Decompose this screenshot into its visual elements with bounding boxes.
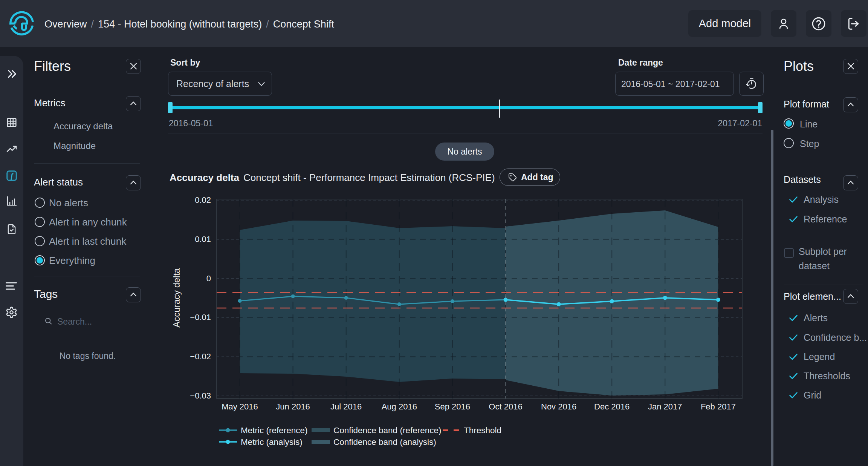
svg-text:Jan 2017: Jan 2017	[648, 402, 682, 411]
svg-text:Metric (analysis): Metric (analysis)	[241, 437, 303, 447]
svg-text:Confidence band (reference): Confidence band (reference)	[333, 426, 441, 435]
svg-text:Feb 2017: Feb 2017	[701, 402, 736, 411]
svg-text:Dec 2016: Dec 2016	[594, 402, 630, 411]
svg-text:Threshold: Threshold	[464, 426, 501, 435]
svg-text:−0.01: −0.01	[190, 313, 211, 322]
svg-text:Jul 2016: Jul 2016	[330, 402, 362, 411]
svg-text:Confidence band (analysis): Confidence band (analysis)	[333, 437, 436, 447]
svg-text:−0.03: −0.03	[190, 391, 211, 400]
svg-text:−0.02: −0.02	[190, 352, 211, 361]
svg-text:0.02: 0.02	[195, 195, 211, 205]
svg-text:Sep 2016: Sep 2016	[435, 402, 470, 411]
svg-text:0: 0	[206, 274, 211, 283]
svg-text:Aug 2016: Aug 2016	[382, 402, 417, 411]
svg-text:0.01: 0.01	[195, 235, 211, 244]
svg-text:Jun 2016: Jun 2016	[276, 402, 310, 411]
svg-text:Oct 2016: Oct 2016	[489, 402, 522, 411]
svg-text:May 2016: May 2016	[222, 402, 258, 411]
svg-text:Accuracy delta: Accuracy delta	[171, 268, 182, 328]
svg-text:Nov 2016: Nov 2016	[541, 402, 576, 411]
svg-text:Metric (reference): Metric (reference)	[241, 426, 308, 435]
